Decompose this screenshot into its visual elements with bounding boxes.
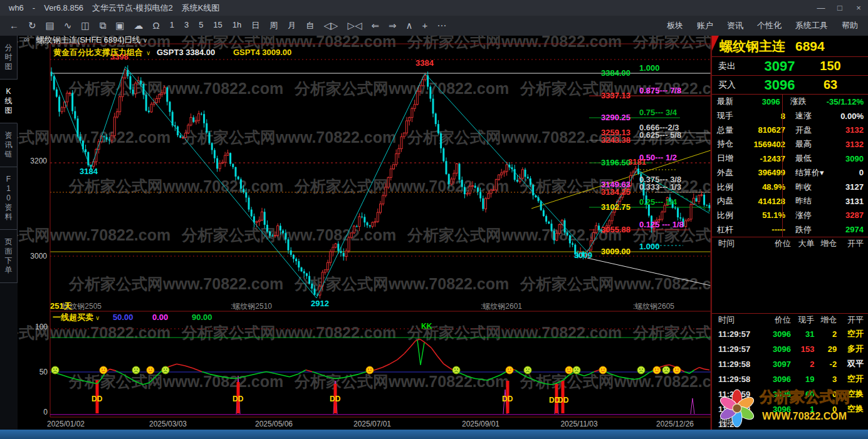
period-selector[interactable]: 日线 xyxy=(124,36,140,44)
candle-chart-icon[interactable]: ◫ xyxy=(81,20,90,31)
toolbar: ←↻▤∿◫⧉▣☁Ω 135151h日周月自 ◁▷▷◁⇐⇒∧+⋯ 板块账户资讯个性… xyxy=(0,16,868,36)
period-button-自[interactable]: 自 xyxy=(306,20,314,31)
candle xyxy=(498,175,500,179)
refresh-icon[interactable]: ↻ xyxy=(28,20,36,31)
candle xyxy=(148,111,150,112)
candle xyxy=(409,118,410,121)
x-axis-date[interactable]: 2025/11/03 xyxy=(560,420,597,428)
page-left-icon[interactable]: ⇐ xyxy=(371,20,379,31)
more-icon[interactable]: ⋯ xyxy=(437,20,446,31)
candle xyxy=(201,114,202,115)
candle xyxy=(264,212,266,225)
link-icon[interactable]: ∞ xyxy=(24,36,29,44)
x-axis-date[interactable]: 2025/09/01 xyxy=(462,420,499,428)
candle xyxy=(572,244,573,245)
watermark-text: 分析家公式网www.70822.com xyxy=(632,324,711,341)
period-button-日[interactable]: 日 xyxy=(251,20,259,31)
candle xyxy=(369,225,371,227)
bid-quantity: 63 xyxy=(808,78,868,92)
candle xyxy=(400,137,402,148)
line-chart-icon[interactable]: ∿ xyxy=(64,20,72,31)
smiley-sad-icon xyxy=(662,366,670,374)
bid-row[interactable]: 买入 3096 63 xyxy=(712,76,868,95)
period-button-3[interactable]: 3 xyxy=(184,20,189,31)
x-axis-date[interactable]: 2025/01/02 xyxy=(47,420,85,428)
expand-icon[interactable]: ▷◁ xyxy=(347,20,362,31)
candle xyxy=(74,111,76,118)
back-icon[interactable]: ← xyxy=(9,20,19,31)
chevron-down-icon[interactable]: ∨ xyxy=(143,37,147,44)
maximize-button[interactable]: □ xyxy=(830,3,849,13)
stat-value: 48.9% xyxy=(753,182,790,192)
candle xyxy=(61,108,63,112)
contract-label: :螺纹钢2601 xyxy=(481,302,522,311)
period-button-15[interactable]: 15 xyxy=(213,20,222,31)
stat-label: 昨收 xyxy=(790,182,832,193)
x-axis-date[interactable]: 2025/05/06 xyxy=(255,420,293,428)
candle xyxy=(703,195,705,205)
ask-row[interactable]: 卖出 3097 150 xyxy=(712,57,868,76)
chevron-down-icon[interactable]: ∨ xyxy=(95,314,100,321)
x-axis-date[interactable]: 2025/12/26 xyxy=(656,420,694,428)
cloud-sync-icon[interactable]: ☁ xyxy=(133,20,143,31)
period-button-周[interactable]: 周 xyxy=(269,20,278,31)
candle xyxy=(314,289,316,295)
minimize-button[interactable]: — xyxy=(812,3,830,13)
candle xyxy=(124,70,126,78)
multi-chart-icon[interactable]: ⧉ xyxy=(100,20,107,31)
candle xyxy=(406,121,408,133)
sidebar-tab-页面下单[interactable]: 页 面 下 单 xyxy=(0,230,18,283)
candle xyxy=(372,222,374,226)
period-button-1h[interactable]: 1h xyxy=(233,20,241,31)
candle xyxy=(219,163,221,169)
candle xyxy=(214,150,216,158)
chevron-down-icon[interactable]: ∨ xyxy=(146,49,150,56)
collapse-up-icon[interactable]: ∧ xyxy=(406,20,413,31)
smiley-happy-icon xyxy=(565,366,573,374)
menu-账户[interactable]: 账户 xyxy=(697,20,713,31)
indicator-name[interactable]: 黄金百分比支撑压力组合 xyxy=(53,48,143,57)
period-button-5[interactable]: 5 xyxy=(199,20,203,31)
sidebar-tab-资讯链[interactable]: 资 讯 链 xyxy=(0,123,18,167)
period-button-月[interactable]: 月 xyxy=(288,20,296,31)
compress-icon[interactable]: ◁▷ xyxy=(323,20,338,31)
candle xyxy=(261,212,263,220)
candle xyxy=(224,155,226,162)
candle xyxy=(164,88,165,93)
candle xyxy=(190,117,192,125)
stat-row: 日增-12437最低3090 xyxy=(712,152,868,166)
fib-price-label: 3102.75 xyxy=(601,202,630,212)
menu-个性化[interactable]: 个性化 xyxy=(757,20,782,31)
candle xyxy=(308,276,310,284)
page-right-icon[interactable]: ⇒ xyxy=(389,20,397,31)
chart-area[interactable]: 分析家公式网www.70822.com分析家公式网www.70822.com分析… xyxy=(18,36,711,430)
candle xyxy=(356,226,358,227)
column-header: 价位 xyxy=(762,314,791,326)
quote-table-icon[interactable]: ▤ xyxy=(46,20,55,31)
candle xyxy=(229,153,231,163)
sidebar-tab-分时图[interactable]: 分 时 图 xyxy=(0,36,18,80)
menu-板块[interactable]: 板块 xyxy=(667,20,683,31)
menu-系统工具[interactable]: 系统工具 xyxy=(795,20,828,31)
close-button[interactable]: × xyxy=(849,3,868,13)
candle xyxy=(432,99,434,114)
alert-bell-icon[interactable]: Ω xyxy=(152,20,159,31)
sidebar-tab-K线图[interactable]: K 线 图 xyxy=(0,80,18,123)
application-window: wh6 - Ver6.8.856 文华云节点-模拟电信2 系统K线图 — □ ×… xyxy=(0,0,868,439)
x-axis-date[interactable]: 2025/07/01 xyxy=(353,420,391,428)
menu-帮助[interactable]: 帮助 xyxy=(842,20,858,31)
ask-quantity: 150 xyxy=(808,59,868,73)
measure-icon[interactable]: + xyxy=(422,20,428,31)
period-button-1[interactable]: 1 xyxy=(170,20,174,31)
candle xyxy=(451,179,452,184)
candle xyxy=(385,187,387,195)
candle xyxy=(453,173,455,179)
chart-symbol-title[interactable]: 螺纹钢主连(SHFE 6894) xyxy=(36,36,125,44)
stat-row: 内盘414128昨结3131 xyxy=(712,194,868,209)
x-axis-date[interactable]: 2025/03/03 xyxy=(149,420,187,428)
menu-资讯[interactable]: 资讯 xyxy=(727,20,743,31)
sidebar-tab-F10资料[interactable]: F 1 0 资 料 xyxy=(0,167,18,230)
chart-window-icon[interactable]: ▣ xyxy=(115,20,124,31)
kline-chart[interactable]: 分析家公式网www.70822.com分析家公式网www.70822.com分析… xyxy=(18,36,711,430)
sub-indicator-name[interactable]: 一线超买卖 xyxy=(53,312,93,322)
